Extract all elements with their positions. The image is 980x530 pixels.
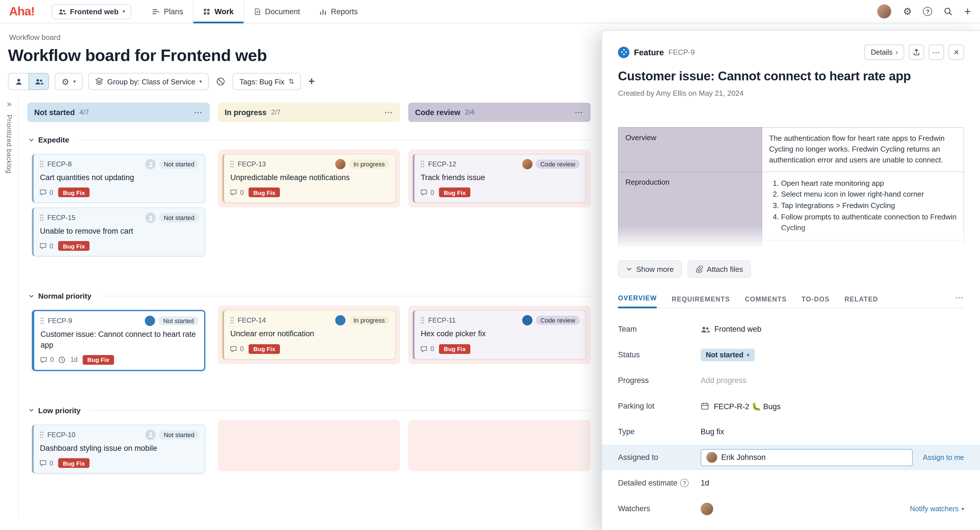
drag-handle-icon[interactable] (230, 317, 234, 325)
search-icon[interactable] (944, 7, 953, 16)
close-panel-button[interactable]: × (949, 44, 964, 60)
chevron-right-icon: › (895, 48, 898, 56)
board-card-selected[interactable]: FECP-9 Not started Customer issue: Canno… (32, 310, 205, 371)
field-label: Parking lot (618, 402, 701, 410)
status-dropdown[interactable]: Not started ▾ (701, 349, 754, 361)
nav-item-reports[interactable]: Reports (310, 0, 368, 23)
drag-handle-icon[interactable] (40, 317, 45, 325)
board-cell-empty (408, 420, 590, 471)
board-card[interactable]: FECP-8 Not started Cart quantities not u… (32, 154, 205, 203)
expand-backlog-icon[interactable]: » (7, 99, 12, 108)
nav-item-plans[interactable]: Plans (143, 0, 193, 23)
share-button[interactable] (909, 44, 924, 60)
tag-bug-fix: Bug Fix (439, 344, 470, 354)
aha-logo[interactable]: Aha! (9, 5, 35, 18)
comment-icon (420, 345, 428, 352)
settings-gear-icon[interactable]: ⚙ (903, 6, 912, 16)
card-status-badge: In progress (349, 160, 390, 169)
record-type-label: Feature (634, 48, 664, 57)
caret-down-icon: ▾ (747, 352, 749, 358)
notify-watchers-link[interactable]: Notify watchers ▾ (910, 505, 964, 513)
drag-handle-icon[interactable] (230, 160, 234, 168)
tab-related[interactable]: RELATED (844, 296, 878, 308)
card-id: FECP-11 (428, 317, 456, 325)
tab-overview[interactable]: OVERVIEW (618, 295, 657, 308)
clock-icon (59, 356, 66, 363)
tab-todos[interactable]: TO-DOS (802, 296, 830, 308)
workspace-name: Frontend web (70, 7, 118, 16)
assignee-view-button[interactable] (8, 73, 29, 90)
chevron-down-icon (626, 266, 632, 272)
comment-count: 0 (49, 460, 53, 467)
board-card[interactable]: FECP-11 Code review Hex code picker fix … (413, 310, 586, 359)
column-menu-button[interactable]: ⋯ (575, 107, 584, 117)
workspace-switcher[interactable]: Frontend web ▾ (52, 4, 131, 19)
card-status-badge: Not started (159, 213, 199, 222)
details-button[interactable]: Details › (865, 44, 904, 60)
chevron-down-icon[interactable] (29, 408, 34, 413)
feature-detail-panel: Feature FECP-9 Details › ⋯ × Customer is… (601, 30, 980, 530)
comment-count: 0 (240, 189, 244, 196)
show-more-button[interactable]: Show more (618, 260, 682, 278)
comment-icon (39, 189, 47, 196)
parking-lot-link[interactable]: FECP-R-2 🐛 Bugs (714, 401, 781, 411)
user-avatar[interactable] (877, 4, 892, 19)
tag-bug-fix: Bug Fix (59, 187, 89, 197)
card-id: FECP-9 (48, 317, 72, 325)
caret-down-icon: ▾ (961, 506, 964, 511)
column-menu-button[interactable]: ⋯ (194, 107, 203, 117)
watcher-avatar (701, 502, 713, 515)
board-cell: FECP-10 Not started Dashboard styling is… (27, 420, 210, 478)
drag-handle-icon[interactable] (420, 317, 425, 325)
team-value: Frontend web (714, 325, 761, 333)
tags-filter-button[interactable]: Tags: Bug Fix ⇅ (232, 73, 301, 90)
nav-item-work[interactable]: Work (193, 0, 244, 23)
drag-handle-icon[interactable] (39, 160, 44, 168)
more-actions-button[interactable]: ⋯ (929, 44, 944, 60)
drag-handle-icon[interactable] (39, 431, 44, 439)
field-label: Detailed estimate (618, 479, 678, 487)
chevron-down-icon[interactable] (29, 294, 34, 299)
column-count: 2/7 (271, 108, 280, 116)
field-label: Status (618, 351, 701, 359)
card-title: Unable to remove from cart (40, 226, 199, 236)
board-card[interactable]: FECP-13 In progress Unpredictable mileag… (222, 154, 396, 203)
workflow-board: Not started 4/7 ⋯ In progress 2/7 ⋯ Code… (27, 95, 590, 517)
board-card[interactable]: FECP-12 Code review Track friends issue … (413, 154, 586, 203)
board-card[interactable]: FECP-14 In progress Unclear error notifi… (222, 310, 396, 359)
add-filter-button[interactable]: + (307, 73, 317, 90)
create-new-button[interactable]: + (964, 6, 971, 17)
field-label: Watchers (618, 505, 701, 513)
clear-filters-icon[interactable] (214, 73, 227, 90)
drag-handle-icon[interactable] (420, 160, 425, 168)
assignee-avatar (706, 452, 717, 463)
add-progress-placeholder[interactable]: Add progress (701, 376, 746, 385)
layers-icon (95, 78, 103, 86)
team-icon (701, 325, 710, 333)
type-value: Bug fix (701, 427, 724, 436)
column-menu-button[interactable]: ⋯ (384, 107, 393, 117)
board-settings-button[interactable]: ⚙ ▾ (55, 73, 83, 90)
prioritized-backlog-rail[interactable]: » Prioritized backlog (0, 95, 19, 517)
tab-comments[interactable]: COMMENTS (745, 296, 787, 308)
step: Select menu icon in lower right-hand cor… (781, 189, 957, 200)
lane-label: Low priority (38, 406, 81, 415)
assign-to-me-link[interactable]: Assign to me (923, 453, 964, 461)
field-label: Team (618, 325, 701, 333)
attach-files-button[interactable]: Attach files (687, 260, 751, 278)
assignee-input[interactable]: Erik Johnson (701, 449, 913, 466)
calendar-icon (701, 402, 709, 410)
field-watchers: Watchers Notify watchers ▾ (618, 496, 964, 522)
help-icon[interactable]: ? (923, 7, 932, 16)
tag-bug-fix: Bug Fix (83, 355, 114, 365)
drag-handle-icon[interactable] (39, 214, 44, 222)
team-view-button[interactable] (29, 73, 49, 90)
chevron-down-icon[interactable] (29, 137, 34, 143)
nav-item-document[interactable]: Document (244, 0, 310, 23)
more-tabs-button[interactable]: ⋯ (955, 292, 964, 308)
step: Open heart rate monitoring app (781, 178, 957, 189)
board-card[interactable]: FECP-10 Not started Dashboard styling is… (32, 425, 205, 474)
tab-requirements[interactable]: REQUIREMENTS (671, 296, 730, 308)
board-card[interactable]: FECP-15 Not started Unable to remove fro… (32, 208, 205, 257)
group-by-button[interactable]: Group by: Class of Service ▾ (88, 73, 208, 90)
